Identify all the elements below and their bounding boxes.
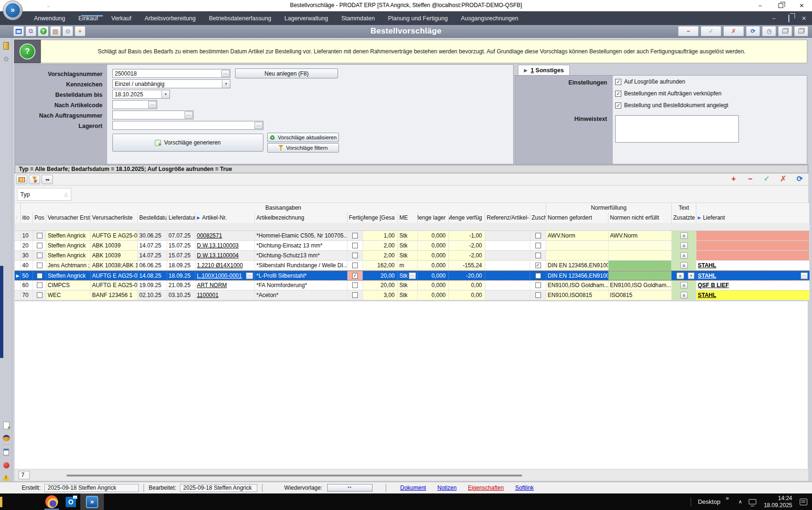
checkbox-1[interactable]: ✓ [615,79,621,85]
column-header-7[interactable]: ▶Artikel-Nr. [195,212,255,223]
column-header-4[interactable]: Verursacherliste [91,212,138,223]
artikelnr-link[interactable]: 00082571 [197,232,222,239]
column-header-11[interactable]: ME [398,212,418,223]
zuschnitt-checkbox[interactable] [535,253,541,258]
refresh-button[interactable]: ⟳ [746,26,760,36]
pos-checkbox[interactable] [37,253,42,258]
outlook-icon[interactable]: O✓ [66,497,76,507]
window-minimize-button[interactable]: – [750,0,770,11]
column-header-16[interactable]: Normen gefordert [546,212,609,223]
show-hidden-icons-button[interactable]: ∧ [738,499,742,505]
table-row-50[interactable]: ▶50Steffen AngrickAUFTG E AG25-00...14.0… [15,271,810,280]
package-button[interactable] [778,26,792,36]
menu-item-3[interactable]: Verkauf [105,12,138,25]
cancel-button[interactable]: ✗ [723,26,744,36]
mdi-restore-button[interactable] [784,15,794,22]
lieferant-browse-button[interactable]: ··· [801,272,808,279]
fertigung-checkbox[interactable] [352,233,358,238]
column-header-6[interactable]: Lieferdatur [167,212,195,223]
table-row-60[interactable]: 60CIMPCSAUFTG E AG25-00...19.09.2521.09.… [15,280,810,290]
artikelnr-link[interactable]: L.100X1000-0001 [197,272,242,279]
zuschnitt-checkbox[interactable]: ✓ [535,263,541,268]
pos-checkbox[interactable] [37,273,42,279]
pos-checkbox[interactable] [37,233,42,238]
lieferant-link[interactable]: QSF B LIEF [698,282,729,289]
zusatztext-dropdown-icon[interactable]: ▾ [688,272,694,279]
menu-item-9[interactable]: Ausgangsrechnungen [454,12,525,25]
row-refresh-button[interactable]: ⟳ [796,174,804,183]
partner-button[interactable] [2,434,10,442]
lieferant-link[interactable]: STAHL [698,262,716,269]
package-run-button[interactable] [794,26,808,36]
zuschnitt-checkbox[interactable] [535,273,541,279]
desktop-toolbar[interactable]: Desktop» [698,498,732,505]
zuschnitt-checkbox[interactable] [535,292,541,298]
footer-link-softlink[interactable]: Softlink [515,484,533,491]
history-button[interactable]: ◷ [762,26,776,36]
horizontal-scrollbar[interactable] [67,475,522,476]
window-restore-button[interactable] [770,0,791,11]
auftragsnummer-input[interactable]: ··· [112,110,194,119]
fertigung-checkbox[interactable] [352,243,358,248]
row-accept-button[interactable]: ✓ [763,174,770,183]
column-header-5[interactable]: Bestelldatu [138,212,167,223]
help-circle-button[interactable]: ? [19,43,35,60]
list-button[interactable] [2,448,10,456]
checkbox-3[interactable]: ✓ [615,102,621,109]
vorschlaege-generieren-button[interactable]: Vorschläge generieren [112,134,263,152]
lieferant-link[interactable]: STAHL [698,292,716,298]
window-close-button[interactable]: ✕ [791,0,812,11]
row-add-button[interactable]: + [730,175,737,183]
confirm-button[interactable]: ✓ [701,26,721,36]
fertigung-checkbox[interactable] [352,263,358,268]
table-row-10[interactable]: 10Steffen AngrickAUFTG E AG25-00...30.06… [15,231,810,241]
taskbar-clock[interactable]: 14:2418.09.2025 [764,495,792,509]
pos-checkbox[interactable] [37,243,42,248]
column-header-14[interactable]: Referenz/Artikel- [485,212,530,223]
row-cancel-button[interactable]: ✗ [779,174,787,183]
artikelnr-link[interactable]: 1.2210 Ø14X1000 [197,262,243,269]
kennzeichen-dropdown-icon[interactable]: ▾ [222,80,230,88]
artikelnr-link[interactable]: ART NORM [197,282,227,289]
menu-item-4[interactable]: Arbeitsvorbereitung [138,12,202,25]
lagerort-browse-button[interactable]: ··· [254,122,262,129]
menu-item-5[interactable]: Betriebsdatenerfassung [203,12,278,25]
footer-link-dokument[interactable]: Dokument [400,484,426,491]
lagerort-input[interactable]: ··· [112,121,263,130]
zuschnitt-checkbox[interactable] [535,243,541,248]
stop-button[interactable] [2,461,10,469]
zusatztext-button[interactable]: a [680,252,688,259]
vorschlagsnummer-input[interactable]: 2500018 ··· [112,69,230,78]
zusatztext-button[interactable]: a [680,282,688,289]
artikelnr-browse-button[interactable]: ··· [246,272,253,279]
zusatztext-button[interactable]: a [680,232,688,239]
add-document-button[interactable] [2,421,10,430]
footer-link-eigenschaften[interactable]: Eigenschaften [468,484,504,491]
column-settings-button[interactable] [16,175,27,184]
auftragsnummer-browse-button[interactable]: ··· [185,111,193,119]
fertigung-checkbox[interactable] [352,282,358,288]
column-header-17[interactable]: Normen nicht erfüllt [609,212,672,223]
prodat-logo[interactable]: » [3,0,23,20]
menu-item-2[interactable]: Einkauf [72,12,105,25]
column-header-2[interactable]: Pos (B [33,212,46,223]
artikelnr-link[interactable]: 1100001 [197,292,219,298]
checkbox-2[interactable]: ✓ [615,91,621,97]
sort-ascending-icon[interactable]: △ [64,192,68,197]
artikelnr-link[interactable]: D.W.13.1100004 [197,252,239,259]
vorschlagsnummer-browse-button[interactable]: ··· [221,70,229,77]
fertigung-checkbox[interactable] [352,292,358,298]
menu-item-7[interactable]: Stammdaten [335,12,381,25]
prodat-taskbar-button[interactable]: » [80,493,104,510]
pos-checkbox[interactable] [37,263,42,268]
column-header-12[interactable]: Menge lager [418,212,449,223]
artikelcode-browse-button[interactable]: ··· [148,101,156,108]
lieferant-link[interactable]: STAHL [698,272,716,279]
hinweistext-textarea[interactable] [615,115,739,143]
network-icon[interactable] [749,499,756,504]
column-header-8[interactable]: Artikelbezeichnung [255,212,347,223]
column-header-15[interactable]: Zuschn [530,212,546,223]
search-button[interactable]: ●● [42,175,53,184]
column-header-3[interactable]: Verursacher Erste [46,212,91,223]
column-header-18[interactable]: Zusatzte [672,212,696,223]
